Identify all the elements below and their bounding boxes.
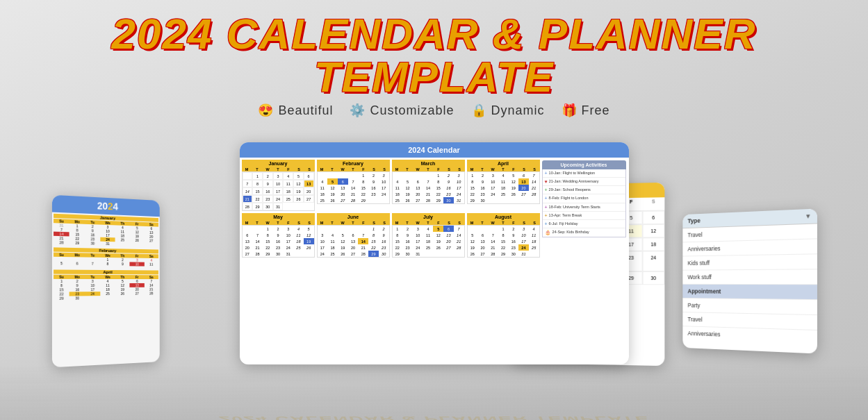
- cards-area: 2024 January Su Mo Tu We Th Fr Sa 31 1 2…: [52, 142, 817, 378]
- upcoming-icon-8: 🎂: [545, 230, 551, 235]
- upcoming-icon-2: ♥: [545, 179, 548, 184]
- upcoming-item-5: + 18-Feb: University Term Starts: [543, 203, 625, 212]
- upcoming-text-6: 13-Apr: Term Break: [549, 213, 582, 218]
- upcoming-icon-6: +: [545, 213, 548, 218]
- type-item-anniversaries-2[interactable]: Anniversaries: [682, 326, 817, 345]
- month-june: June MTWTFSS 1 2 3 4 5 6 7: [317, 213, 390, 258]
- upcoming-item-7: + 6-Jul: Fiji Holiday: [543, 220, 625, 228]
- month-april: April MTWTFSS 1 2 3 4 5 6 7 8: [467, 160, 540, 211]
- upcoming-text-5: 18-Feb: University Term Starts: [549, 205, 600, 210]
- mini-month-apr: April: [54, 269, 158, 274]
- upcoming-item-8: 🎂 24-Sep: Kids Birthday: [543, 228, 625, 237]
- month-july: July MTWTFSS 1 2 3 4 5 6 7 8: [392, 213, 465, 258]
- upcoming-text-3: 29-Jan: School Reopens: [549, 187, 591, 192]
- month-march: March MTWTFSS 1 2 3 4 5 6 7: [392, 160, 465, 211]
- month-february: February MTWTFSS 1 2 3 4 5 6 7: [317, 160, 390, 211]
- page-header: 2024 CALENDAR & PLANNER TEMPLATE 😍 Beaut…: [0, 0, 868, 124]
- month-january: January M T W T F S S 1: [242, 160, 315, 211]
- type-item-appointment[interactable]: Appointment: [682, 285, 817, 300]
- reflected-title: 2024 CALENDAR & PLANNER TEMPLATE: [219, 414, 649, 420]
- upcoming-icon-3: +: [545, 187, 548, 192]
- upcoming-icon-4: +: [545, 196, 548, 201]
- type-item-kids-stuff[interactable]: Kids stuff: [682, 254, 817, 270]
- subtitle: 😍 Beautiful ⚙️ Customizable 🔒 Dynamic 🎁 …: [0, 103, 868, 118]
- upcoming-item-2: ♥ 21-Jan: Wedding Anniversary: [543, 178, 625, 186]
- left-mini-card: 2024 January Su Mo Tu We Th Fr Sa 31 1 2…: [51, 195, 159, 368]
- subtitle-dynamic: 🔒 Dynamic: [471, 103, 545, 117]
- upcoming-text-4: 8-Feb: Flight to London: [549, 196, 589, 201]
- upcoming-item-1: + 10-Jan: Flight to Wellington: [543, 169, 625, 178]
- month-may: May MTWTFSS 1 2 3 4 5 6 7: [242, 213, 315, 258]
- type-filter-icon[interactable]: ▼: [805, 212, 811, 220]
- main-cal-title: 2024 Calendar: [240, 142, 629, 158]
- upcoming-item-4: + 8-Feb: Flight to London: [543, 194, 625, 203]
- upcoming-icon-5: +: [545, 205, 548, 210]
- upcoming-item-6: + 13-Apr: Term Break: [543, 212, 625, 220]
- subtitle-free: 🎁 Free: [562, 103, 610, 117]
- upcoming-title: Upcoming Activities: [542, 160, 626, 169]
- upcoming-activities-panel: Upcoming Activities + 10-Jan: Flight to …: [542, 158, 629, 364]
- upcoming-text-7: 6-Jul: Fiji Holiday: [549, 221, 578, 226]
- upcoming-text-1: 10-Jan: Flight to Wellington: [549, 171, 596, 176]
- type-item-anniversaries-1[interactable]: Anniversaries: [682, 239, 817, 256]
- upcoming-icon-1: +: [545, 171, 548, 176]
- upcoming-text-2: 21-Jan: Wedding Anniversary: [549, 179, 599, 184]
- subtitle-beautiful: 😍 Beautiful: [258, 103, 333, 117]
- main-title: 2024 CALENDAR & PLANNER TEMPLATE: [0, 12, 868, 99]
- main-calendar-card: 2024 Calendar January M T W T F S: [240, 142, 629, 364]
- month-august: August MTWTFSS 1 2 3 4 5 6 7: [467, 213, 540, 258]
- upcoming-text-8: 24-Sep: Kids Birthday: [552, 230, 589, 235]
- type-header-label: Type: [687, 217, 700, 224]
- type-item-work-stuff[interactable]: Work stuff: [682, 269, 817, 285]
- upcoming-icon-7: +: [545, 221, 548, 226]
- upcoming-item-3: + 29-Jan: School Reopens: [543, 186, 625, 194]
- main-cal-months: January M T W T F S S 1: [240, 158, 542, 364]
- subtitle-customizable: ⚙️ Customizable: [350, 103, 454, 117]
- type-list-card: Type ▼ Travel Anniversaries Kids stuff W…: [682, 208, 817, 353]
- upcoming-list: + 10-Jan: Flight to Wellington ♥ 21-Jan:…: [542, 169, 626, 237]
